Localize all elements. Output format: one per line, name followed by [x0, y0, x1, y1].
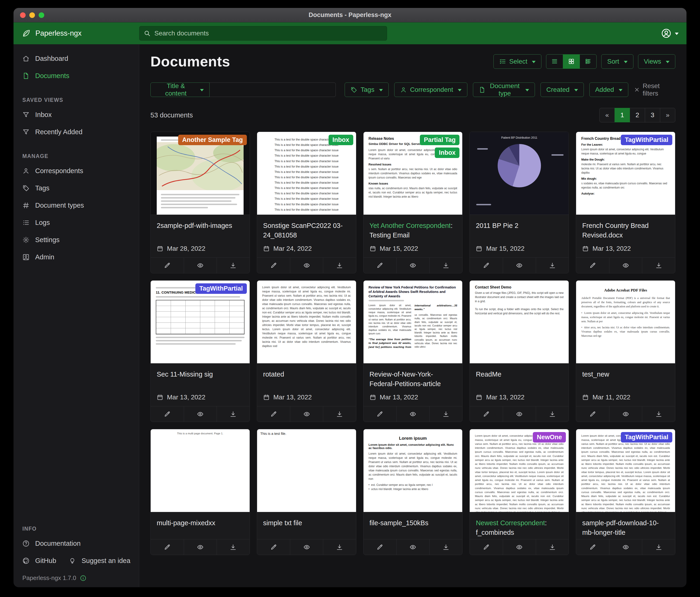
download-button[interactable] [536, 258, 569, 273]
tag-chip[interactable]: TagWithPartial [621, 135, 672, 145]
edit-button[interactable] [257, 258, 290, 273]
detail-view-button[interactable] [580, 54, 597, 69]
views-button[interactable]: Views [638, 54, 675, 69]
edit-button[interactable] [151, 258, 184, 273]
document-title[interactable]: Sec 11-Missing sig [151, 363, 250, 390]
preview-button[interactable] [609, 540, 642, 555]
document-title[interactable]: French Country Bread Revised.docx [576, 215, 675, 242]
sidebar-item-settings[interactable]: Settings [14, 231, 139, 248]
download-button[interactable] [429, 406, 462, 422]
document-card[interactable]: This is a multi page document. Page 1.mu… [150, 429, 250, 555]
tag-chip[interactable]: TagWithPartial [195, 283, 247, 294]
preview-button[interactable] [503, 406, 536, 422]
preview-button[interactable] [290, 258, 323, 273]
sidebar-item-inbox[interactable]: Inbox [14, 106, 139, 123]
sidebar-item-documentation[interactable]: Documentation [14, 535, 139, 552]
tag-chip[interactable]: Another Sample Tag [178, 135, 247, 145]
document-card[interactable]: Lorem ipsum dolor sit amet, consectetur … [470, 429, 569, 555]
user-menu[interactable] [661, 28, 679, 39]
filter-text-input[interactable] [209, 82, 336, 97]
document-thumbnail[interactable]: Adobe Acrobat PDF FilesAdobe® Portable D… [576, 281, 675, 363]
preview-button[interactable] [290, 540, 323, 555]
preview-button[interactable] [503, 258, 536, 273]
preview-button[interactable] [396, 258, 429, 273]
document-card[interactable]: Contact Sheet DemoGiven a set of image f… [470, 280, 569, 422]
document-title[interactable]: rotated [257, 363, 356, 390]
edit-button[interactable] [151, 540, 184, 555]
document-card[interactable]: Review of New York Federal Petitions for… [363, 280, 463, 422]
document-card[interactable]: Release NotesSimba ODBC Driver for SQL S… [363, 132, 463, 273]
download-button[interactable] [429, 258, 462, 273]
sidebar-item-github[interactable]: GitHub [14, 552, 60, 569]
pagination-page-1[interactable]: 1 [615, 108, 630, 122]
document-card[interactable]: Lorem ipsum dolor sit amet, consectetur … [576, 429, 675, 555]
close-window-button[interactable] [20, 13, 26, 18]
pagination-page-2[interactable]: 2 [630, 108, 645, 122]
sidebar-item-logs[interactable]: Logs [14, 214, 139, 231]
filter-tags-button[interactable]: Tags [345, 82, 389, 97]
document-card[interactable]: Patient BP Distribution 20112011 BP Pie … [470, 132, 569, 273]
document-thumbnail[interactable]: This is a test for the double space char… [257, 132, 356, 215]
correspondent-link[interactable]: Newest Correspondent [476, 519, 545, 527]
filter-created-button[interactable]: Created [541, 82, 584, 97]
document-thumbnail[interactable]: 11. CONTINUING MEDICAL EDUCATagWithParti… [151, 281, 250, 363]
document-thumbnail[interactable]: Lorem ipsum dolor sit amet, consectetur … [470, 429, 569, 512]
document-thumbnail[interactable]: Patient BP Distribution 2011 [470, 132, 569, 215]
document-title[interactable]: Review-of-New-York-Federal-Petitions-art… [364, 363, 462, 390]
document-thumbnail[interactable]: Release NotesSimba ODBC Driver for SQL S… [364, 132, 462, 215]
filter-document-type-button[interactable]: Document type [473, 82, 535, 97]
tag-chip[interactable]: NewOne [533, 432, 566, 443]
pagination-prev[interactable]: « [599, 108, 615, 122]
search-input[interactable] [154, 29, 383, 37]
document-thumbnail[interactable]: This is a multi page document. Page 1. [151, 429, 250, 512]
download-button[interactable] [217, 258, 250, 273]
download-button[interactable] [323, 406, 356, 422]
app-brand[interactable]: Paperless-ngx [21, 28, 139, 38]
pagination-page-3[interactable]: 3 [645, 108, 660, 122]
select-button[interactable]: Select [494, 54, 542, 69]
document-thumbnail[interactable]: Contact Sheet DemoGiven a set of image f… [470, 281, 569, 363]
edit-button[interactable] [257, 406, 290, 422]
tag-chip[interactable]: Inbox [329, 135, 353, 145]
document-title[interactable]: file-sample_150kBs [364, 512, 462, 539]
document-card[interactable]: Another Sample Tag2sample-pdf-with-image… [150, 132, 250, 273]
filter-field-button[interactable]: Title & content [150, 82, 209, 97]
tag-chip[interactable]: TagWithPartial [621, 432, 672, 443]
download-button[interactable] [323, 258, 356, 273]
edit-button[interactable] [364, 540, 397, 555]
document-title[interactable]: Sonstige ScanPC2022 03-24_081058 [257, 215, 356, 242]
tag-chip[interactable]: Inbox [435, 147, 459, 158]
edit-button[interactable] [576, 406, 609, 422]
grid-view-button[interactable] [563, 54, 580, 69]
zoom-window-button[interactable] [39, 13, 44, 18]
preview-button[interactable] [290, 406, 323, 422]
download-button[interactable] [217, 540, 250, 555]
document-thumbnail[interactable]: Another Sample Tag [151, 132, 250, 215]
document-title[interactable]: 2011 BP Pie 2 [470, 215, 569, 242]
download-button[interactable] [536, 540, 569, 555]
document-title[interactable]: multi-page-mixedxx [151, 512, 250, 539]
sidebar-item-suggest-an-idea[interactable]: Suggest an idea [60, 552, 134, 569]
document-card[interactable]: Adobe Acrobat PDF FilesAdobe® Portable D… [576, 280, 675, 422]
sidebar-item-correspondents[interactable]: Correspondents [14, 162, 139, 180]
edit-button[interactable] [470, 540, 503, 555]
preview-button[interactable] [609, 406, 642, 422]
document-thumbnail[interactable]: This is a test file. [257, 429, 356, 512]
document-title[interactable]: Yet Another Correspondent: Testing Email [364, 215, 462, 242]
list-view-button[interactable] [546, 54, 563, 69]
sidebar-item-documents[interactable]: Documents [14, 67, 139, 85]
document-thumbnail[interactable]: French Country BreadFor the Leaven:Lorem… [576, 132, 675, 215]
sidebar-item-dashboard[interactable]: Dashboard [14, 50, 139, 67]
download-button[interactable] [642, 406, 675, 422]
edit-button[interactable] [364, 258, 397, 273]
document-card[interactable]: This is a test file.simple txt file [257, 429, 356, 555]
document-title[interactable]: simple txt file [257, 512, 356, 539]
download-button[interactable] [429, 540, 462, 555]
edit-button[interactable] [576, 258, 609, 273]
document-card[interactable]: Lorem ipsum dolor sit amet, consectetur … [257, 280, 356, 422]
download-button[interactable] [536, 406, 569, 422]
edit-button[interactable] [151, 406, 184, 422]
download-button[interactable] [323, 540, 356, 555]
edit-button[interactable] [470, 258, 503, 273]
document-card[interactable]: Lorem ipsumLorem ipsum dolor sit amet, c… [363, 429, 463, 555]
